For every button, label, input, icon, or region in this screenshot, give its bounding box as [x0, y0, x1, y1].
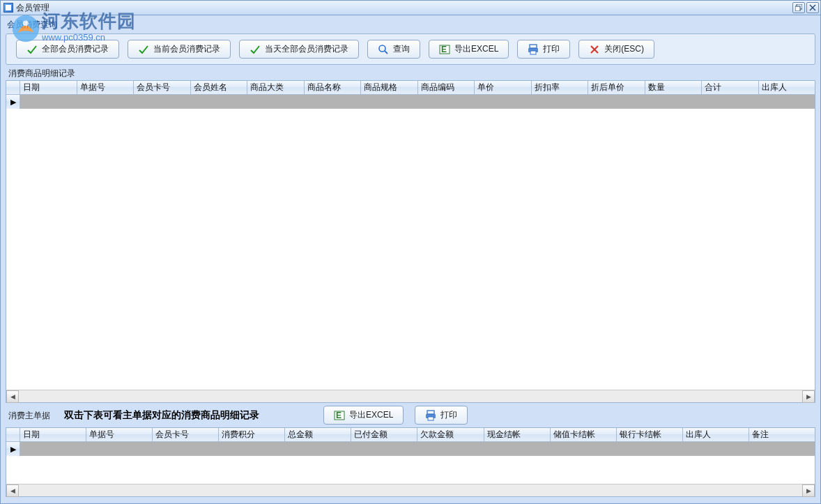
- mcol-owed-amt[interactable]: 欠款金额: [417, 428, 484, 441]
- detail-grid-header: 日期 单据号 会员卡号 会员姓名 商品大类 商品名称 商品规格 商品编码 单价 …: [6, 81, 815, 95]
- master-export-excel-button[interactable]: E 导出EXCEL: [323, 406, 404, 425]
- today-all-records-button[interactable]: 当天全部会员消费记录: [239, 40, 359, 59]
- window-body: 会员消费查询 全部会员消费记录 当前会员消费记录 当天全部会员消费记录 查询 E: [0, 15, 821, 504]
- mcol-points[interactable]: 消费积分: [219, 428, 285, 441]
- col-card-no[interactable]: 会员卡号: [134, 81, 191, 94]
- search-icon: [378, 44, 389, 55]
- mcol-stored[interactable]: 储值卡结帐: [551, 428, 617, 441]
- check-icon: [138, 44, 149, 55]
- toolbar-panel: 全部会员消费记录 当前会员消费记录 当天全部会员消费记录 查询 E 导出EXCE…: [6, 33, 815, 65]
- scroll-right-icon[interactable]: ▶: [802, 484, 815, 497]
- row-indicator-icon: ▶: [6, 442, 20, 456]
- master-section-title: 消费主单据: [8, 408, 53, 422]
- export-excel-button[interactable]: E 导出EXCEL: [429, 40, 509, 59]
- col-goods-code[interactable]: 商品编码: [418, 81, 475, 94]
- mcol-out-staff[interactable]: 出库人: [683, 428, 749, 441]
- detail-grid[interactable]: 日期 单据号 会员卡号 会员姓名 商品大类 商品名称 商品规格 商品编码 单价 …: [6, 80, 815, 403]
- export-excel-label: 导出EXCEL: [454, 43, 498, 55]
- excel-icon: E: [439, 44, 450, 55]
- svg-line-7: [385, 51, 388, 54]
- window-title: 会员管理: [16, 2, 49, 14]
- master-hint: 双击下表可看主单据对应的消费商品明细记录: [64, 409, 259, 422]
- print-icon: [425, 410, 436, 421]
- mcol-date[interactable]: 日期: [20, 428, 86, 441]
- col-out-staff[interactable]: 出库人: [759, 81, 815, 94]
- close-red-icon: [589, 44, 600, 55]
- col-doc-no[interactable]: 单据号: [77, 81, 135, 94]
- group-label: 会员消费查询: [3, 17, 818, 32]
- row-indicator-icon: ▶: [6, 95, 20, 109]
- print-icon: [528, 44, 539, 55]
- close-icon: [809, 4, 816, 11]
- master-grid-header: 日期 单据号 会员卡号 消费积分 总金额 已付金额 欠款金额 现金结帐 储值卡结…: [6, 428, 815, 442]
- col-member-name[interactable]: 会员姓名: [191, 81, 248, 94]
- col-qty[interactable]: 数量: [645, 81, 703, 94]
- master-strip: 消费主单据 双击下表可看主单据对应的消费商品明细记录 E 导出EXCEL 打印: [3, 403, 818, 427]
- svg-text:E: E: [441, 45, 447, 54]
- detail-grid-hscroll[interactable]: ◀ ▶: [6, 390, 815, 402]
- col-date[interactable]: 日期: [20, 81, 77, 94]
- col-spec[interactable]: 商品规格: [361, 81, 418, 94]
- mcol-paid-amt[interactable]: 已付金额: [351, 428, 417, 441]
- svg-point-6: [379, 45, 385, 52]
- print-label: 打印: [543, 43, 560, 55]
- master-print-label: 打印: [440, 409, 457, 421]
- check-icon: [26, 44, 38, 55]
- close-esc-button[interactable]: 关闭(ESC): [578, 40, 654, 59]
- scroll-right-icon[interactable]: ▶: [802, 390, 815, 403]
- svg-rect-10: [530, 45, 537, 48]
- detail-section-title: 消费商品明细记录: [3, 66, 818, 80]
- app-icon: [3, 3, 13, 13]
- today-all-records-label: 当天全部会员消费记录: [265, 43, 348, 55]
- mcol-cash[interactable]: 现金结帐: [484, 428, 551, 441]
- master-export-excel-label: 导出EXCEL: [349, 409, 393, 421]
- close-esc-label: 关闭(ESC): [604, 43, 644, 55]
- master-print-button[interactable]: 打印: [415, 406, 468, 425]
- col-discount[interactable]: 折扣率: [532, 81, 589, 94]
- master-grid-body[interactable]: ▶: [6, 442, 815, 484]
- mcol-total-amt[interactable]: 总金额: [285, 428, 351, 441]
- mcol-doc-no[interactable]: 单据号: [86, 428, 153, 441]
- mcol-bankcard[interactable]: 银行卡结帐: [617, 428, 683, 441]
- current-member-records-button[interactable]: 当前会员消费记录: [128, 40, 231, 59]
- detail-grid-body[interactable]: ▶: [6, 95, 815, 390]
- mcol-card-no[interactable]: 会员卡号: [153, 428, 219, 441]
- check-icon: [250, 44, 261, 55]
- svg-rect-12: [530, 51, 536, 54]
- query-label: 查询: [393, 43, 410, 55]
- mcol-remark[interactable]: 备注: [749, 428, 815, 441]
- scroll-left-icon[interactable]: ◀: [6, 484, 19, 497]
- svg-text:E: E: [336, 411, 342, 420]
- excel-icon: E: [334, 410, 345, 421]
- master-grid-current-row: ▶: [6, 442, 815, 456]
- svg-rect-17: [427, 411, 434, 414]
- query-button[interactable]: 查询: [367, 40, 420, 59]
- col-price[interactable]: 单价: [475, 81, 532, 94]
- all-member-records-button[interactable]: 全部会员消费记录: [16, 40, 119, 59]
- svg-rect-19: [428, 417, 433, 420]
- window-close-button[interactable]: [806, 2, 819, 13]
- master-grid-hscroll[interactable]: ◀ ▶: [6, 484, 815, 496]
- col-goods-name[interactable]: 商品名称: [305, 81, 362, 94]
- col-after-price[interactable]: 折后单价: [588, 81, 645, 94]
- print-button[interactable]: 打印: [517, 40, 570, 59]
- window-titlebar: 会员管理: [0, 0, 821, 15]
- svg-rect-3: [795, 6, 800, 11]
- restore-icon: [795, 4, 802, 11]
- master-grid[interactable]: 日期 单据号 会员卡号 消费积分 总金额 已付金额 欠款金额 现金结帐 储值卡结…: [6, 427, 815, 497]
- window-restore-button[interactable]: [792, 2, 805, 13]
- current-member-records-label: 当前会员消费记录: [153, 43, 220, 55]
- detail-grid-current-row: ▶: [6, 95, 815, 109]
- scroll-left-icon[interactable]: ◀: [6, 390, 19, 403]
- col-total[interactable]: 合计: [702, 81, 759, 94]
- all-member-records-label: 全部会员消费记录: [42, 43, 109, 55]
- col-category[interactable]: 商品大类: [247, 81, 305, 94]
